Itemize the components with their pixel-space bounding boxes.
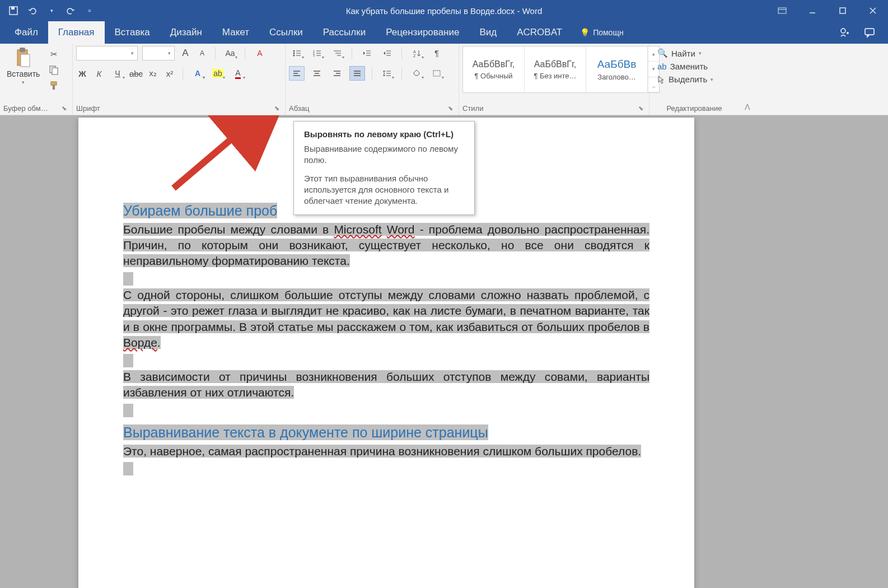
search-icon: 🔍	[657, 48, 668, 58]
tooltip-title: Выровнять по левому краю (Ctrl+L)	[304, 129, 464, 139]
svg-rect-17	[51, 82, 57, 85]
paste-button[interactable]: Вставить ▾	[3, 46, 43, 86]
align-center-button[interactable]	[309, 66, 325, 81]
cursor-icon	[657, 75, 665, 84]
replace-button[interactable]: abЗаменить	[657, 62, 713, 71]
align-right-button[interactable]	[329, 66, 345, 81]
shrink-font-icon[interactable]: A	[196, 47, 208, 59]
window-controls	[767, 0, 888, 21]
italic-button[interactable]: К	[93, 67, 105, 80]
show-marks-icon[interactable]: ¶	[429, 46, 445, 60]
copy-icon[interactable]	[48, 64, 60, 76]
font-size-combo[interactable]: ▾	[142, 46, 175, 60]
tell-me-box[interactable]: 💡 Помощн	[572, 21, 632, 44]
lightbulb-icon: 💡	[580, 28, 590, 37]
style-no-spacing[interactable]: АаБбВвГг, ¶ Без инте…	[525, 46, 586, 92]
group-font: ▾ ▾ A A Aa A Ж К Ч abc x₂ x² A ab A	[73, 44, 286, 115]
svg-point-21	[293, 53, 295, 54]
sort-icon[interactable]: AZ	[409, 46, 424, 60]
clipboard-launcher-icon[interactable]: ⬊	[62, 105, 69, 112]
tab-review[interactable]: Рецензирование	[376, 21, 469, 44]
qat-customize-icon[interactable]: ≡	[84, 5, 95, 16]
undo-dropdown-icon[interactable]: ▾	[46, 5, 57, 16]
minimize-icon[interactable]	[797, 0, 828, 21]
select-button[interactable]: Выделить▾	[657, 74, 713, 84]
increase-indent-icon[interactable]	[379, 46, 395, 60]
tab-design[interactable]: Дизайн	[160, 21, 212, 44]
group-editing: 🔍Найти▾ abЗаменить Выделить▾ Редактирова…	[649, 44, 739, 115]
svg-rect-14	[21, 54, 30, 67]
group-paragraph: 123 AZ ¶ Абзац⬊	[286, 44, 459, 115]
tab-view[interactable]: Вид	[469, 21, 507, 44]
tab-insert[interactable]: Вставка	[105, 21, 160, 44]
change-case-icon[interactable]: Aa	[222, 46, 238, 60]
doc-heading-2: Выравнивание текста в документе по ширин…	[123, 424, 488, 440]
tab-references[interactable]: Ссылки	[259, 21, 313, 44]
line-spacing-icon[interactable]	[379, 66, 395, 81]
svg-text:Z: Z	[413, 54, 416, 57]
svg-point-8	[841, 29, 845, 33]
close-icon[interactable]	[858, 0, 888, 21]
tab-home[interactable]: Главная	[48, 21, 105, 44]
undo-icon[interactable]	[27, 5, 38, 16]
font-launcher-icon[interactable]: ⬊	[274, 105, 282, 112]
grow-font-icon[interactable]: A	[179, 47, 191, 59]
share-icon[interactable]	[839, 26, 851, 39]
svg-rect-1	[11, 7, 15, 10]
ribbon-tabs: Файл Главная Вставка Дизайн Макет Ссылки…	[0, 21, 888, 44]
multilevel-list-icon[interactable]	[329, 46, 345, 60]
title-bar: ▾ ≡ Как убрать большие пробелы в Ворде.d…	[0, 0, 888, 21]
find-button[interactable]: 🔍Найти▾	[657, 48, 713, 58]
highlight-icon[interactable]: ab	[210, 66, 226, 81]
style-heading1[interactable]: АаБбВв Заголово…	[586, 46, 648, 92]
font-group-label: Шрифт	[76, 104, 100, 113]
bullets-icon[interactable]	[289, 46, 305, 60]
justify-button[interactable]	[349, 66, 365, 81]
tab-layout[interactable]: Макет	[212, 21, 259, 44]
superscript-button[interactable]: x²	[163, 67, 176, 80]
underline-button[interactable]: Ч	[110, 66, 125, 81]
style-normal[interactable]: АаБбВвГг, ¶ Обычный	[463, 46, 525, 92]
svg-rect-2	[778, 8, 786, 13]
subscript-button[interactable]: x₂	[147, 67, 159, 80]
font-color-icon[interactable]: A	[230, 66, 246, 81]
window-title: Как убрать большие пробелы в Ворде.docx …	[346, 6, 542, 16]
tooltip-line1: Выравнивание содержимого по левому полю.	[304, 143, 464, 166]
format-painter-icon[interactable]	[48, 80, 60, 92]
collapse-ribbon-icon[interactable]: ᐱ	[739, 44, 756, 115]
styles-launcher-icon[interactable]: ⬊	[638, 105, 646, 112]
document-canvas[interactable]: Убираем большие проб Большие пробелы меж…	[0, 115, 888, 588]
group-clipboard: Вставить ▾ ✂ Буфер обм…⬊	[0, 44, 73, 115]
svg-point-19	[293, 50, 295, 52]
borders-icon[interactable]	[429, 66, 445, 81]
empty-paragraph-sel	[123, 462, 133, 475]
shading-icon[interactable]	[409, 66, 424, 81]
decrease-indent-icon[interactable]	[359, 46, 375, 60]
paragraph-launcher-icon[interactable]: ⬊	[448, 105, 455, 112]
svg-text:A: A	[413, 50, 416, 54]
tab-mailings[interactable]: Рассылки	[313, 21, 376, 44]
svg-rect-13	[20, 48, 25, 52]
strikethrough-button[interactable]: abc	[130, 67, 142, 80]
clear-formatting-icon[interactable]: A	[252, 46, 268, 60]
save-icon[interactable]	[8, 5, 19, 16]
numbering-icon[interactable]: 123	[309, 46, 325, 60]
tab-file[interactable]: Файл	[4, 21, 48, 44]
svg-text:3: 3	[313, 54, 315, 57]
bold-button[interactable]: Ж	[76, 67, 88, 80]
styles-gallery[interactable]: АаБбВвГг, ¶ Обычный АаБбВвГг, ¶ Без инте…	[462, 46, 660, 93]
styles-group-label: Стили	[462, 104, 483, 113]
font-family-combo[interactable]: ▾	[76, 46, 138, 60]
chevron-down-icon: ▾	[22, 80, 25, 85]
maximize-icon[interactable]	[828, 0, 858, 21]
redo-icon[interactable]	[65, 5, 76, 16]
align-left-button[interactable]	[289, 66, 305, 81]
ribbon-display-icon[interactable]	[767, 0, 797, 21]
empty-paragraph-sel	[123, 272, 133, 286]
quick-access-toolbar: ▾ ≡	[0, 5, 103, 16]
tab-acrobat[interactable]: ACROBAT	[507, 21, 572, 44]
doc-p3: В зависимости от причины возникновения б…	[123, 370, 649, 399]
cut-icon[interactable]: ✂	[48, 48, 60, 60]
comments-icon[interactable]	[863, 26, 876, 39]
text-effects-icon[interactable]: A	[190, 66, 205, 81]
